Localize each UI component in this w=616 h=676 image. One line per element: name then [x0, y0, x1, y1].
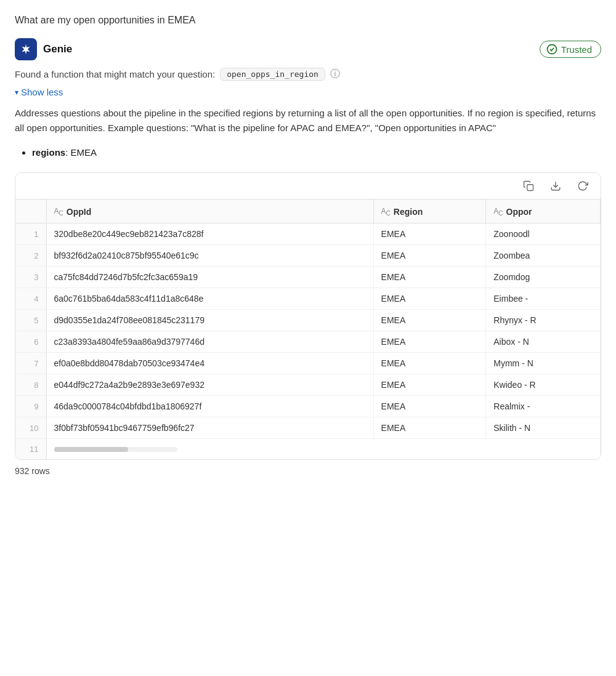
- cell-opportunity: Rhynyx - R: [486, 310, 601, 331]
- table-wrapper: AC OppId AC Region AC: [15, 199, 601, 459]
- cell-oppid: ef0a0e8bdd80478dab70503ce93474e4: [46, 353, 373, 374]
- cell-opportunity: Kwideo - R: [486, 374, 601, 396]
- row-num: 5: [15, 310, 46, 331]
- function-badge: open_opps_in_region: [220, 68, 325, 81]
- data-table: AC OppId AC Region AC: [15, 199, 601, 459]
- cell-opportunity: Zoonoodl: [486, 223, 601, 245]
- col-type-icon-oppid: AC: [54, 207, 63, 217]
- table-toolbar: [15, 173, 601, 199]
- cell-region: EMEA: [373, 374, 486, 396]
- cell-oppid: ca75fc84dd7246d7b5fc2fc3ac659a19: [46, 267, 373, 288]
- cell-opportunity: Eimbee -: [486, 288, 601, 310]
- rows-count: 932 rows: [15, 466, 601, 476]
- table-row: 11: [15, 439, 601, 460]
- table-row: 103f0bf73bf05941bc9467759efb96fc27EMEASk…: [15, 417, 601, 439]
- row-num: 4: [15, 288, 46, 310]
- cell-oppid: d9d0355e1da24f708ee081845c231179: [46, 310, 373, 331]
- row-num: 1: [15, 223, 46, 245]
- cell-opportunity: Aibox - N: [486, 331, 601, 353]
- refresh-button[interactable]: [575, 179, 591, 193]
- function-match-line: Found a function that might match your q…: [15, 68, 601, 81]
- cell-opportunity: Zoombea: [486, 245, 601, 267]
- table-row: 7ef0a0e8bdd80478dab70503ce93474e4EMEAMym…: [15, 353, 601, 374]
- row-num: 9: [15, 396, 46, 417]
- cell-region: EMEA: [373, 223, 486, 245]
- scrollbar-row-cell: [46, 439, 601, 460]
- table-row: 46a0c761b5ba64da583c4f11d1a8c648eEMEAEim…: [15, 288, 601, 310]
- param-name: regions: [32, 147, 65, 158]
- copy-button[interactable]: [521, 179, 537, 193]
- table-row: 1320dbe8e20c449ec9eb821423a7c828fEMEAZoo…: [15, 223, 601, 245]
- table-row: 2bf932f6d2a02410c875bf95540e61c9cEMEAZoo…: [15, 245, 601, 267]
- table-row: 3ca75fc84dd7246d7b5fc2fc3ac659a19EMEAZoo…: [15, 267, 601, 288]
- genie-header-left: Genie: [15, 38, 72, 60]
- genie-title: Genie: [43, 43, 72, 55]
- cell-oppid: 3f0bf73bf05941bc9467759efb96fc27: [46, 417, 373, 439]
- genie-icon: [15, 38, 37, 60]
- function-description: Addresses questions about the pipeline i…: [15, 106, 601, 135]
- table-header-row: AC OppId AC Region AC: [15, 199, 601, 223]
- row-num: 2: [15, 245, 46, 267]
- row-num: 3: [15, 267, 46, 288]
- table-row: 5d9d0355e1da24f708ee081845c231179EMEARhy…: [15, 310, 601, 331]
- table-row: 6c23a8393a4804fe59aa86a9d3797746dEMEAAib…: [15, 331, 601, 353]
- param-item: regions: EMEA: [32, 145, 601, 160]
- row-num: 11: [15, 439, 46, 460]
- data-table-container: AC OppId AC Region AC: [15, 172, 601, 460]
- scrollbar-thumb[interactable]: [54, 447, 128, 452]
- cell-oppid: bf932f6d2a02410c875bf95540e61c9c: [46, 245, 373, 267]
- function-match-text: Found a function that might match your q…: [15, 69, 215, 79]
- cell-region: EMEA: [373, 417, 486, 439]
- scrollbar-track[interactable]: [54, 447, 177, 452]
- col-header-region[interactable]: AC Region: [373, 199, 486, 223]
- show-less-button[interactable]: ▾ Show less: [15, 87, 63, 97]
- col-type-icon-region: AC: [381, 207, 391, 217]
- row-num: 8: [15, 374, 46, 396]
- info-icon[interactable]: ⓘ: [330, 68, 340, 81]
- chevron-down-icon: ▾: [15, 88, 18, 97]
- cell-opportunity: Zoomdog: [486, 267, 601, 288]
- cell-oppid: 46da9c0000784c04bfdbd1ba1806927f: [46, 396, 373, 417]
- table-row: 8e044df9c272a4a2b9e2893e3e697e932EMEAKwi…: [15, 374, 601, 396]
- table-row: 946da9c0000784c04bfdbd1ba1806927fEMEARea…: [15, 396, 601, 417]
- cell-region: EMEA: [373, 310, 486, 331]
- cell-opportunity: Mymm - N: [486, 353, 601, 374]
- page-question: What are my open opportunities in EMEA: [15, 12, 601, 26]
- cell-oppid: 320dbe8e20c449ec9eb821423a7c828f: [46, 223, 373, 245]
- download-button[interactable]: [548, 179, 564, 193]
- cell-oppid: 6a0c761b5ba64da583c4f11d1a8c648e: [46, 288, 373, 310]
- genie-header: Genie Trusted: [15, 38, 601, 60]
- cell-region: EMEA: [373, 288, 486, 310]
- col-type-icon-opp: AC: [493, 207, 503, 217]
- cell-region: EMEA: [373, 331, 486, 353]
- cell-oppid: c23a8393a4804fe59aa86a9d3797746d: [46, 331, 373, 353]
- cell-oppid: e044df9c272a4a2b9e2893e3e697e932: [46, 374, 373, 396]
- params-list: regions: EMEA: [32, 145, 601, 160]
- row-num: 10: [15, 417, 46, 439]
- trusted-badge: Trusted: [540, 41, 601, 58]
- cell-region: EMEA: [373, 267, 486, 288]
- col-header-opportunity[interactable]: AC Oppor: [486, 199, 601, 223]
- param-value: EMEA: [71, 147, 97, 158]
- trusted-check-icon: [546, 44, 557, 55]
- col-header-rownum: [15, 199, 46, 223]
- col-header-oppid[interactable]: AC OppId: [46, 199, 373, 223]
- row-num: 6: [15, 331, 46, 353]
- cell-opportunity: Realmix -: [486, 396, 601, 417]
- trusted-label: Trusted: [561, 44, 592, 55]
- cell-opportunity: Skilith - N: [486, 417, 601, 439]
- svg-rect-1: [527, 185, 533, 191]
- row-num: 7: [15, 353, 46, 374]
- cell-region: EMEA: [373, 353, 486, 374]
- cell-region: EMEA: [373, 245, 486, 267]
- genie-card: Genie Trusted Found a function that migh…: [15, 38, 601, 476]
- cell-region: EMEA: [373, 396, 486, 417]
